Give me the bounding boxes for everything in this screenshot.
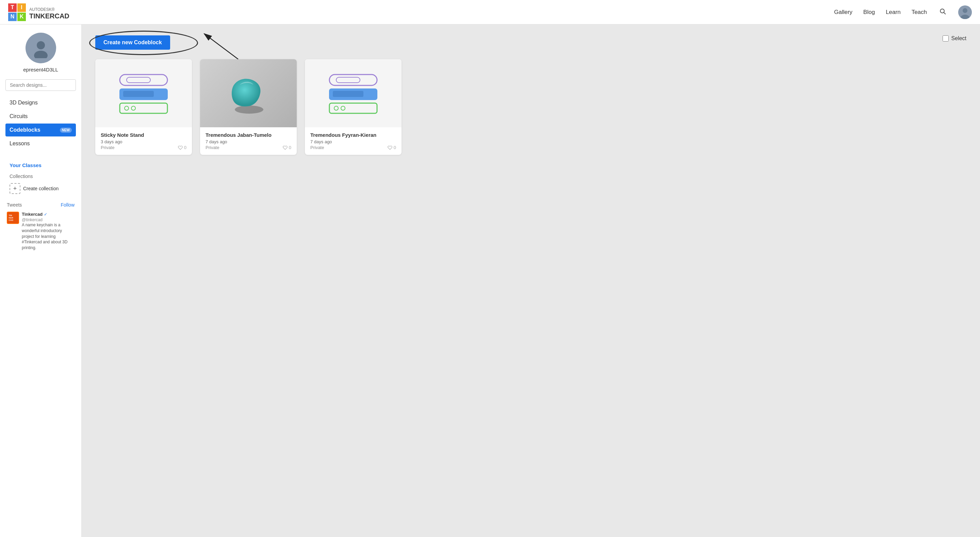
svg-rect-24	[333, 91, 363, 97]
sidebar-item-codeblocks[interactable]: Codeblocks NEW	[5, 124, 76, 137]
content-area: Select Create new Codeblock	[82, 24, 980, 537]
svg-rect-16	[123, 91, 154, 97]
create-collection-label: Create collection	[23, 186, 59, 191]
svg-text:TIN: TIN	[9, 214, 13, 217]
card-info-jaban: Tremendous Jaban-Tumelo 7 days ago Priva…	[200, 127, 297, 155]
collections-label: Collections	[5, 169, 76, 180]
sidebar: epresent4D3LL 3D Designs Circuits Codebl…	[0, 24, 82, 537]
create-collection-icon: +	[10, 183, 21, 194]
tweet-name: Tinkercad	[22, 212, 43, 217]
design-card-jaban-tumelo[interactable]: Tremendous Jaban-Tumelo 7 days ago Priva…	[200, 59, 297, 155]
card-privacy-jaban: Private	[205, 145, 219, 150]
codeblock-visual-2	[323, 69, 384, 117]
card-title-fyyran: Tremendous Fyyran-Kieran	[310, 132, 396, 138]
nav-learn[interactable]: Learn	[886, 9, 900, 16]
svg-text:CAD: CAD	[9, 219, 14, 221]
design-card-sticky-note-stand[interactable]: Sticky Note Stand 3 days ago Private 0	[95, 59, 192, 155]
card-footer-sticky: Private 0	[101, 145, 186, 150]
tweet-name-row: Tinkercad ✓	[22, 212, 75, 217]
card-title-sticky: Sticky Note Stand	[101, 132, 186, 138]
tweet-avatar: TIN KER CAD	[7, 212, 19, 224]
svg-point-20	[235, 105, 263, 114]
tweet-item: TIN KER CAD Tinkercad ✓ @tinkercad A nam…	[7, 212, 75, 251]
heart-icon	[178, 145, 183, 150]
svg-point-3	[963, 8, 967, 13]
card-likes-jaban: 0	[283, 145, 291, 150]
svg-rect-14	[127, 77, 150, 83]
search-icon	[939, 8, 946, 14]
create-btn-wrapper: Create new Codeblock	[95, 35, 170, 50]
sidebar-item-3d-designs[interactable]: 3D Designs	[5, 96, 76, 109]
top-bar: Create new Codeblock	[95, 35, 966, 50]
nav-blog[interactable]: Blog	[863, 9, 875, 16]
svg-point-26	[334, 106, 338, 110]
user-avatar-button[interactable]	[958, 5, 972, 19]
follow-link[interactable]: Follow	[61, 202, 75, 207]
svg-point-6	[34, 51, 48, 58]
svg-rect-17	[120, 103, 167, 113]
arrow-annotation	[191, 29, 245, 63]
tweet-body: Tinkercad ✓ @tinkercad A name keychain i…	[22, 212, 75, 251]
card-likes-fyyran: 0	[388, 145, 396, 150]
avatar-area: epresent4D3LL	[5, 33, 76, 72]
your-classes-label: Your Classes	[5, 159, 76, 169]
search-icon-button[interactable]	[938, 6, 947, 18]
logo-cell-i: I	[18, 3, 26, 12]
avatar-silhouette	[30, 38, 51, 58]
new-badge: NEW	[60, 127, 72, 133]
username-label: epresent4D3LL	[23, 67, 58, 72]
card-info-sticky: Sticky Note Stand 3 days ago Private 0	[95, 127, 192, 155]
logo-cell-k: K	[18, 13, 26, 21]
svg-point-5	[37, 41, 45, 49]
heart-icon-2	[283, 145, 288, 150]
card-likes-sticky: 0	[178, 145, 186, 150]
card-date-fyyran: 7 days ago	[310, 139, 396, 144]
3d-shape-visual	[221, 69, 275, 117]
svg-text:KER: KER	[9, 217, 14, 219]
logo-text: AUTODESK® TINKERCAD	[29, 5, 69, 20]
verified-icon: ✓	[44, 212, 47, 217]
tweet-text: A name keychain is a wonderful introduct…	[22, 222, 75, 251]
card-info-fyyran: Tremendous Fyyran-Kieran 7 days ago Priv…	[305, 127, 401, 155]
card-thumbnail-sticky	[95, 59, 192, 127]
header-nav: Gallery Blog Learn Teach	[834, 5, 972, 19]
tweet-handle: @tinkercad	[22, 217, 75, 222]
create-collection-button[interactable]: + Create collection	[5, 180, 76, 197]
logo-cell-n: N	[8, 13, 17, 21]
sidebar-item-circuits[interactable]: Circuits	[5, 110, 76, 123]
brand-top: AUTODESK®	[29, 7, 55, 12]
svg-rect-22	[336, 77, 360, 83]
nav-teach[interactable]: Teach	[912, 9, 927, 16]
cards-grid: Sticky Note Stand 3 days ago Private 0	[95, 59, 401, 155]
tweets-label: Tweets	[7, 202, 22, 207]
sidebar-item-lessons[interactable]: Lessons	[5, 137, 76, 150]
create-codeblock-button[interactable]: Create new Codeblock	[95, 35, 170, 50]
logo-grid: T I N K	[8, 3, 26, 21]
svg-point-19	[131, 106, 135, 110]
card-privacy-fyyran: Private	[310, 145, 324, 150]
avatar-large	[25, 33, 56, 63]
main-container: epresent4D3LL 3D Designs Circuits Codebl…	[0, 24, 980, 537]
sidebar-nav: 3D Designs Circuits Codeblocks NEW Lesso…	[5, 96, 76, 150]
svg-point-0	[940, 9, 944, 13]
card-thumbnail-fyyran	[305, 59, 401, 127]
card-title-jaban: Tremendous Jaban-Tumelo	[205, 132, 291, 138]
svg-point-18	[124, 106, 129, 110]
card-date-jaban: 7 days ago	[205, 139, 291, 144]
nav-gallery[interactable]: Gallery	[834, 9, 853, 16]
header: T I N K AUTODESK® TINKERCAD Gallery Blog…	[0, 0, 980, 24]
tweets-header: Tweets Follow	[7, 202, 75, 207]
avatar-icon	[958, 5, 972, 19]
logo-area: T I N K AUTODESK® TINKERCAD	[8, 3, 69, 21]
codeblock-visual-1	[113, 69, 174, 117]
svg-line-1	[944, 13, 945, 14]
card-date-sticky: 3 days ago	[101, 139, 186, 144]
svg-line-12	[204, 34, 238, 59]
card-footer-jaban: Private 0	[205, 145, 291, 150]
tweets-section: Tweets Follow TIN KER CAD Tinkercad ✓	[5, 202, 76, 251]
svg-rect-25	[329, 103, 377, 113]
design-card-fyyran-kieran[interactable]: Tremendous Fyyran-Kieran 7 days ago Priv…	[305, 59, 401, 155]
search-designs-input[interactable]	[5, 79, 76, 91]
card-footer-fyyran: Private 0	[310, 145, 396, 150]
card-thumbnail-jaban	[200, 59, 297, 127]
